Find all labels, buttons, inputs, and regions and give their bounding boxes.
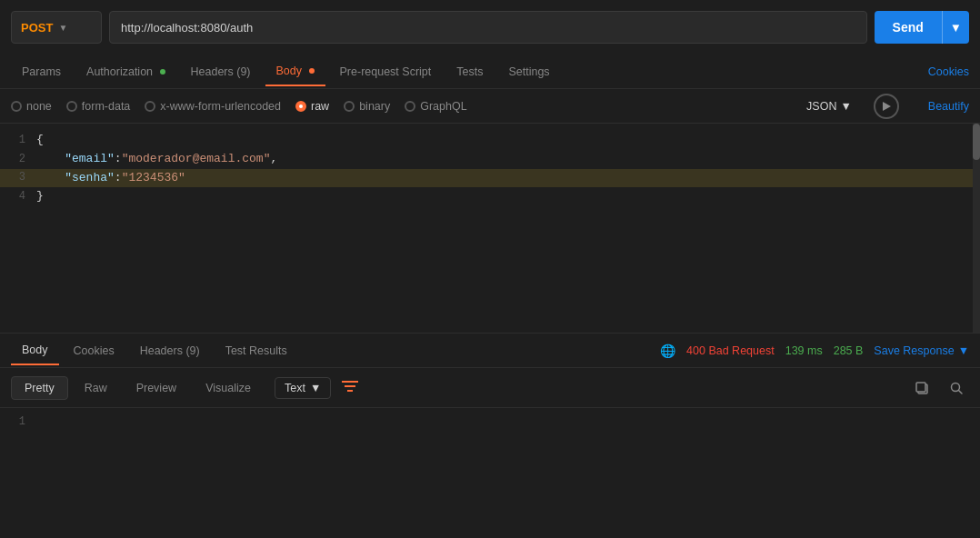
code-line-4: 4 } xyxy=(0,187,980,206)
save-response-chevron-icon: ▼ xyxy=(958,344,969,357)
cookies-link[interactable]: Cookies xyxy=(928,65,969,78)
radio-raw[interactable]: raw xyxy=(295,100,329,113)
text-type-dropdown[interactable]: Text ▼ xyxy=(275,377,331,399)
response-tab-bar: Body Cookies Headers (9) Test Results 🌐 … xyxy=(0,334,980,368)
line-num-4: 4 xyxy=(0,188,36,205)
response-tab-cookies[interactable]: Cookies xyxy=(63,337,125,364)
tab-authorization[interactable]: Authorization xyxy=(75,58,175,85)
resp-tab-raw[interactable]: Raw xyxy=(72,377,120,399)
line-num-1: 1 xyxy=(0,132,36,149)
response-body-tabs: Pretty Raw Preview Visualize Text ▼ xyxy=(0,368,980,408)
response-time: 139 ms xyxy=(785,344,823,357)
radio-raw-circle xyxy=(295,101,306,112)
code-content-3: "senha":"1234536" xyxy=(36,169,980,188)
copy-response-button[interactable] xyxy=(909,375,935,401)
run-button[interactable] xyxy=(874,94,899,119)
code-content-4: } xyxy=(36,187,980,206)
play-icon xyxy=(883,102,891,111)
radio-form-data-circle xyxy=(66,101,77,112)
response-tab-test-results[interactable]: Test Results xyxy=(215,337,298,364)
response-content: 1 xyxy=(0,408,980,463)
response-action-icons xyxy=(909,375,969,401)
code-editor[interactable]: 1 { 2 "email":"moderador@email.com", 3 "… xyxy=(0,124,980,333)
radio-urlencoded-circle xyxy=(145,101,155,112)
text-dropdown-chevron-icon: ▼ xyxy=(310,382,321,394)
method-label: POST xyxy=(21,21,53,35)
filter-icon[interactable] xyxy=(342,380,358,395)
response-section: Body Cookies Headers (9) Test Results 🌐 … xyxy=(0,334,980,463)
vertical-scrollbar[interactable] xyxy=(973,124,980,333)
code-content-2: "email":"moderador@email.com", xyxy=(36,150,980,169)
radio-none-circle xyxy=(11,101,22,112)
tab-params[interactable]: Params xyxy=(11,58,72,85)
beautify-button[interactable]: Beautify xyxy=(928,100,969,113)
url-input[interactable] xyxy=(109,11,867,44)
radio-urlencoded[interactable]: x-www-form-urlencoded xyxy=(145,100,281,113)
authorization-dot xyxy=(160,69,165,75)
search-response-button[interactable] xyxy=(944,375,969,401)
radio-graphql-circle xyxy=(405,101,415,112)
response-size: 285 B xyxy=(834,344,864,357)
response-line-1: 1 xyxy=(0,415,980,428)
line-num-3: 3 xyxy=(0,169,36,186)
radio-graphql[interactable]: GraphQL xyxy=(405,100,466,113)
radio-binary[interactable]: binary xyxy=(344,100,390,113)
resp-tab-visualize[interactable]: Visualize xyxy=(193,377,264,399)
response-status-bar: 🌐 400 Bad Request 139 ms 285 B Save Resp… xyxy=(660,344,969,358)
tab-pre-request[interactable]: Pre-request Script xyxy=(329,58,443,85)
code-line-3: 3 "senha":"1234536" xyxy=(0,169,980,188)
svg-rect-4 xyxy=(916,383,925,392)
response-tab-headers[interactable]: Headers (9) xyxy=(129,337,211,364)
line-num-2: 2 xyxy=(0,151,36,168)
method-select[interactable]: POST ▼ xyxy=(11,11,102,44)
code-line-2: 2 "email":"moderador@email.com", xyxy=(0,150,980,169)
json-chevron-icon: ▼ xyxy=(840,100,851,113)
method-chevron: ▼ xyxy=(58,23,67,33)
resp-tab-pretty[interactable]: Pretty xyxy=(11,376,68,400)
code-line-1: 1 { xyxy=(0,131,980,150)
tab-body[interactable]: Body xyxy=(265,57,325,86)
tab-tests[interactable]: Tests xyxy=(445,58,494,85)
top-bar: POST ▼ Send ▼ xyxy=(0,0,980,55)
tab-settings[interactable]: Settings xyxy=(497,58,560,85)
resp-tab-preview[interactable]: Preview xyxy=(124,377,189,399)
radio-binary-circle xyxy=(344,101,355,112)
save-response-button[interactable]: Save Response ▼ xyxy=(874,344,969,357)
response-line-num-1: 1 xyxy=(0,415,36,428)
status-code: 400 Bad Request xyxy=(686,344,775,357)
radio-none[interactable]: none xyxy=(11,100,52,113)
radio-form-data[interactable]: form-data xyxy=(66,100,131,113)
code-content-1: { xyxy=(36,131,980,150)
send-button[interactable]: Send xyxy=(875,11,942,44)
scrollbar-thumb xyxy=(973,124,980,160)
svg-line-6 xyxy=(959,390,963,394)
globe-icon: 🌐 xyxy=(660,344,675,358)
response-tab-body[interactable]: Body xyxy=(11,336,59,365)
body-dot xyxy=(309,68,315,74)
send-dropdown-button[interactable]: ▼ xyxy=(942,11,969,44)
send-button-group: Send ▼ xyxy=(875,11,969,44)
tab-headers[interactable]: Headers (9) xyxy=(180,58,262,85)
json-type-dropdown[interactable]: JSON ▼ xyxy=(806,100,852,113)
body-type-bar: none form-data x-www-form-urlencoded raw… xyxy=(0,89,980,124)
request-tab-bar: Params Authorization Headers (9) Body Pr… xyxy=(0,55,980,89)
